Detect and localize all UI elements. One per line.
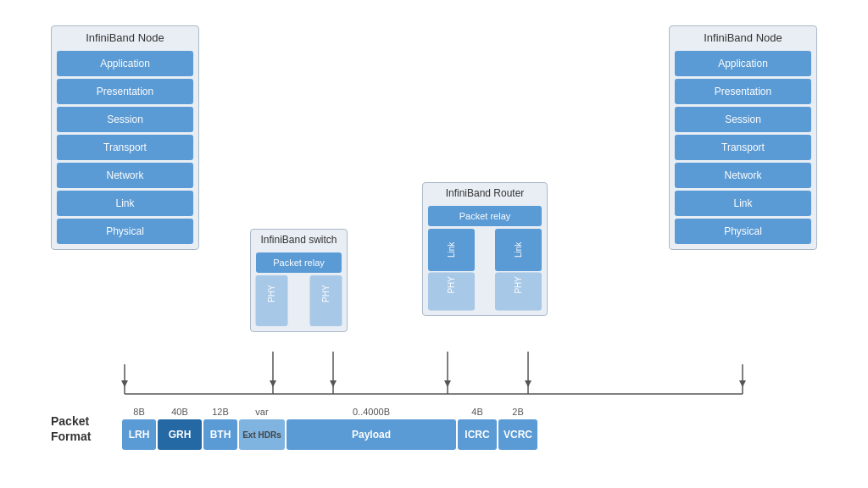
right-layer-application: Application (675, 51, 811, 76)
switch-packet-relay: Packet relay (256, 252, 342, 273)
left-ib-node: InfiniBand Node Application Presentation… (51, 25, 199, 250)
size-vcrc: 2B (498, 407, 537, 417)
size-payload: 0..4000B (287, 407, 456, 417)
right-layer-link: Link (675, 191, 811, 216)
packet-row: LRH GRH BTH Ext HDRs Payload ICRC VCRC (122, 419, 537, 450)
left-layer-transport: Transport (57, 135, 193, 160)
right-layer-stack: Application Presentation Session Transpo… (670, 47, 816, 249)
svg-marker-11 (739, 380, 746, 387)
pkt-lrh: LRH (122, 419, 156, 450)
left-layer-network: Network (57, 163, 193, 188)
pkt-vcrc: VCRC (498, 419, 537, 450)
svg-marker-3 (270, 380, 276, 387)
left-layer-presentation: Presentation (57, 79, 193, 104)
pkt-payload: Payload (287, 419, 456, 450)
router-col-right: Link PHY (495, 229, 542, 311)
router-phy-left: PHY (428, 273, 475, 311)
router-link-left: Link (428, 229, 475, 271)
right-layer-presentation: Presentation (675, 79, 811, 104)
size-bth: 12B (203, 407, 237, 417)
right-layer-network: Network (675, 163, 811, 188)
left-layer-session: Session (57, 107, 193, 132)
right-layer-transport: Transport (675, 135, 811, 160)
left-layer-link: Link (57, 191, 193, 216)
svg-marker-9 (525, 380, 531, 387)
switch-phy1: PHY (256, 275, 288, 326)
diagram-container: InfiniBand Node Application Presentation… (0, 0, 868, 488)
router-link-right: Link (495, 229, 542, 271)
pkt-bth: BTH (203, 419, 237, 450)
size-lrh: 8B (122, 407, 156, 417)
ib-router: InfiniBand Router Packet relay Link PHY … (422, 182, 548, 316)
pkt-icrc: ICRC (458, 419, 497, 450)
right-node-title: InfiniBand Node (670, 26, 816, 47)
right-layer-physical: Physical (675, 219, 811, 244)
router-col-row: Link PHY Link PHY (428, 229, 542, 311)
packet-format-section: PacketFormat 8B 40B 12B var 0..4000B 4B … (51, 407, 865, 450)
switch-inner: Packet relay PHY PHY (251, 250, 347, 331)
left-layer-application: Application (57, 51, 193, 76)
router-phy-right: PHY (495, 273, 542, 311)
router-inner: Packet relay Link PHY Link PHY (423, 203, 547, 316)
size-grh: 40B (158, 407, 202, 417)
packet-format-label: PacketFormat (51, 413, 110, 444)
size-ext: var (239, 407, 285, 417)
router-packet-relay: Packet relay (428, 206, 542, 226)
pkt-grh: GRH (158, 419, 202, 450)
ib-switch: InfiniBand switch Packet relay PHY PHY (250, 229, 348, 332)
svg-marker-1 (121, 380, 128, 387)
left-node-title: InfiniBand Node (52, 26, 198, 47)
switch-phy2: PHY (310, 275, 342, 326)
right-ib-node: InfiniBand Node Application Presentation… (669, 25, 817, 250)
left-layer-stack: Application Presentation Session Transpo… (52, 47, 198, 249)
router-col-left: Link PHY (428, 229, 475, 311)
svg-marker-5 (330, 380, 337, 387)
left-layer-physical: Physical (57, 219, 193, 244)
switch-phy-row: PHY PHY (256, 275, 342, 326)
svg-marker-7 (444, 380, 451, 387)
router-title: InfiniBand Router (423, 183, 547, 203)
switch-title: InfiniBand switch (251, 230, 347, 250)
size-icrc: 4B (458, 407, 497, 417)
pkt-ext: Ext HDRs (239, 419, 285, 450)
right-layer-session: Session (675, 107, 811, 132)
